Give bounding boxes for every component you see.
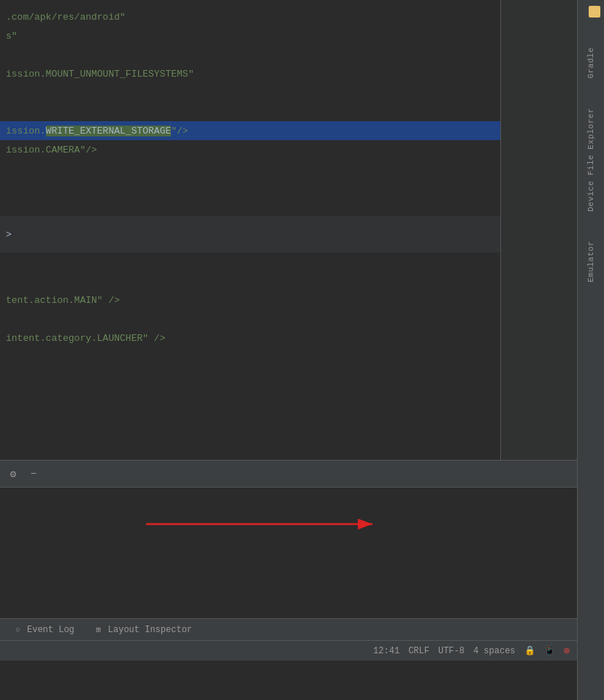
code-line bbox=[0, 83, 577, 102]
code-text: .com/apk/res/android" bbox=[6, 12, 126, 23]
code-line bbox=[0, 102, 577, 121]
code-text: ission.CAMERA"/> bbox=[6, 145, 97, 155]
code-line bbox=[0, 347, 577, 366]
android-icon: 📱 bbox=[544, 645, 555, 656]
status-indent[interactable]: 4 spaces bbox=[473, 646, 516, 656]
code-content: .com/apk/res/android" s" ission.MOUNT_UN… bbox=[0, 0, 577, 374]
code-text: tent.action.MAIN" /> bbox=[6, 295, 120, 306]
code-line bbox=[0, 309, 577, 328]
side-panel bbox=[500, 0, 577, 460]
minimize-icon: − bbox=[31, 468, 37, 480]
code-line bbox=[0, 178, 577, 197]
code-text: ission.WRITE_EXTERNAL_STORAGE"/> bbox=[6, 126, 188, 136]
code-line bbox=[0, 272, 577, 291]
code-text: intent.category.LAUNCHER" /> bbox=[6, 333, 165, 344]
code-line-highlighted: ission.WRITE_EXTERNAL_STORAGE"/> bbox=[0, 121, 577, 140]
status-encoding[interactable]: UTF-8 bbox=[438, 646, 465, 656]
tab-event-log[interactable]: ○ Event Log bbox=[4, 621, 83, 639]
code-line: ission.MOUNT_UNMOUNT_FILESYSTEMS" bbox=[0, 64, 577, 83]
event-log-icon: ○ bbox=[12, 625, 23, 635]
code-line bbox=[0, 45, 577, 64]
code-line: s" bbox=[0, 26, 577, 45]
gear-icon: ⚙ bbox=[10, 468, 16, 480]
annotation-arrow bbox=[146, 509, 387, 546]
code-text: ission.MOUNT_UNMOUNT_FILESYSTEMS" bbox=[6, 69, 194, 80]
bottom-toolbar: ⚙ − bbox=[0, 460, 577, 488]
gradle-badge bbox=[589, 6, 600, 18]
code-line bbox=[0, 159, 577, 178]
status-time: 12:41 bbox=[373, 646, 400, 656]
code-line bbox=[0, 253, 577, 272]
sidebar-tab-gradle[interactable]: Gradle bbox=[583, 40, 599, 86]
status-line-ending[interactable]: CRLF bbox=[408, 646, 429, 656]
status-bar: 12:41 CRLF UTF-8 4 spaces 🔒 📱 ⊗ bbox=[0, 640, 577, 661]
minimize-button[interactable]: − bbox=[26, 466, 41, 481]
code-line: .com/apk/res/android" bbox=[0, 7, 577, 26]
bottom-area: ⚙ − ○ Event Log ⊞ Layout Inspector 1 bbox=[0, 460, 577, 661]
sidebar-tab-emulator[interactable]: Emulator bbox=[583, 234, 599, 290]
code-line bbox=[0, 197, 577, 216]
error-icon[interactable]: ⊗ bbox=[564, 645, 570, 657]
gear-button[interactable]: ⚙ bbox=[6, 466, 20, 481]
layout-inspector-label: Layout Inspector bbox=[108, 625, 192, 635]
sidebar-tab-device-file-explorer[interactable]: Device File Explorer bbox=[583, 101, 599, 219]
code-editor[interactable]: .com/apk/res/android" s" ission.MOUNT_UN… bbox=[0, 0, 577, 460]
tab-layout-inspector[interactable]: ⊞ Layout Inspector bbox=[85, 621, 201, 639]
event-log-label: Event Log bbox=[27, 625, 74, 635]
bottom-tabs-bar: ○ Event Log ⊞ Layout Inspector bbox=[0, 618, 577, 640]
code-line: intent.category.LAUNCHER" /> bbox=[0, 328, 577, 347]
lock-icon: 🔒 bbox=[524, 645, 535, 656]
code-text: s" bbox=[6, 31, 18, 42]
layout-inspector-icon: ⊞ bbox=[93, 625, 104, 635]
right-sidebar: Gradle Device File Explorer Emulator bbox=[577, 0, 604, 700]
code-line: ission.CAMERA"/> bbox=[0, 140, 577, 159]
code-line: tent.action.MAIN" /> bbox=[0, 291, 577, 309]
